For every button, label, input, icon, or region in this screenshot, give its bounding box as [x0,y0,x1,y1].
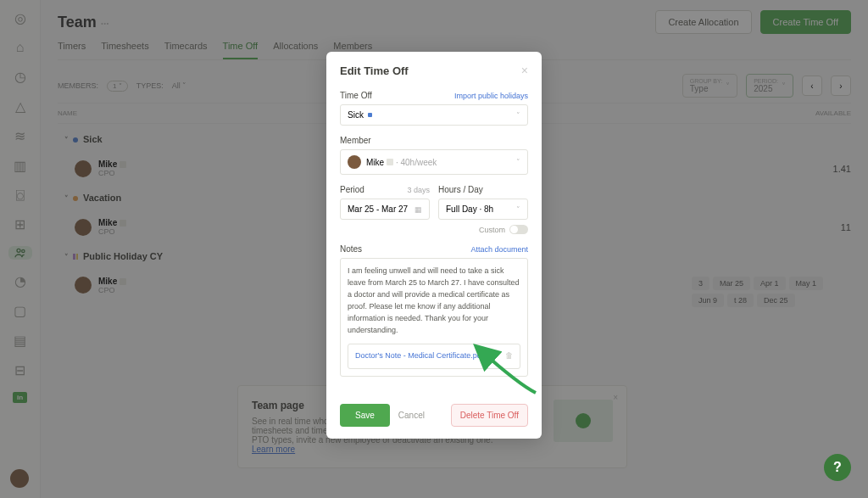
notes-textarea[interactable]: I am feeling unwell and will need to tak… [340,258,528,377]
support-button[interactable]: ? [824,454,851,481]
hours-select[interactable]: Full Day · 8h ˅ [438,199,528,220]
edit-time-off-modal: Edit Time Off × Time Off Import public h… [326,52,542,439]
import-holidays-link[interactable]: Import public holidays [454,92,528,100]
period-label: Period [340,185,364,194]
member-select[interactable]: Mike · 40h/week ˅ [340,149,528,175]
notes-label: Notes [340,244,362,254]
delete-time-off-button[interactable]: Delete Time Off [451,404,528,427]
save-button[interactable]: Save [340,404,390,427]
avatar-icon [348,155,361,169]
cancel-button[interactable]: Cancel [398,411,425,420]
period-input[interactable]: Mar 25 - Mar 27 ▦ [340,199,430,220]
modal-title: Edit Time Off [340,64,409,77]
trash-icon[interactable]: 🗑 [505,350,513,362]
custom-label: Custom [479,226,505,234]
hours-label: Hours / Day [438,185,483,194]
attachment-file[interactable]: Doctor's Note - Medical Certificate.pdf … [348,344,520,369]
modal-close-button[interactable]: × [521,64,528,77]
member-label: Member [340,136,371,145]
attach-document-link[interactable]: Attach document [470,245,528,254]
time-off-label: Time Off [340,91,372,100]
period-days: 3 days [407,186,430,194]
calendar-icon: ▦ [415,205,422,214]
custom-toggle[interactable] [509,225,528,234]
time-off-select[interactable]: Sick ˅ [340,104,528,126]
